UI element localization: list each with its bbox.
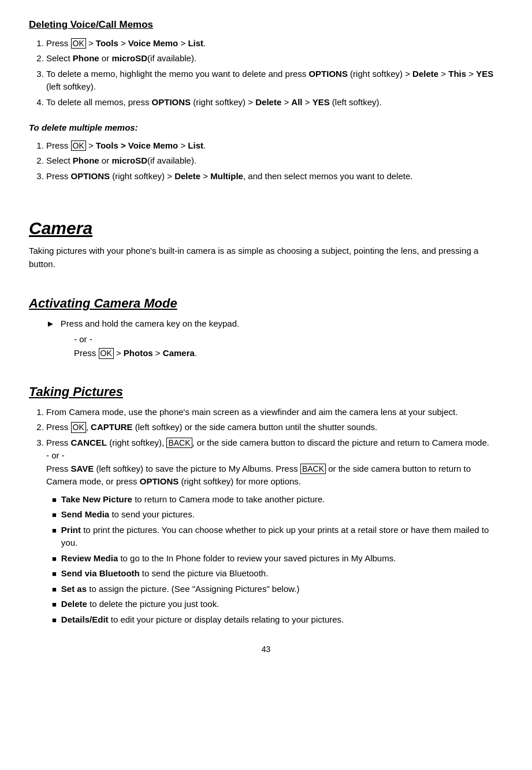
back-key-2: BACK xyxy=(300,464,326,475)
deleting-step-4: To delete all memos, press OPTIONS (righ… xyxy=(46,96,503,109)
taking-step-2: Press OK, CAPTURE (left softkey) or the … xyxy=(46,421,503,434)
ok-key-4: OK xyxy=(71,422,86,433)
page-number: 43 xyxy=(29,643,503,656)
deleting-title: Deleting Voice/Call Memos xyxy=(29,17,503,32)
activating-bullet-text: Press and hold the camera key on the key… xyxy=(61,317,239,331)
option-send-bluetooth: Send via Bluetooth to send the picture v… xyxy=(52,567,503,580)
deleting-step-1: Press OK > Tools > Voice Memo > List. xyxy=(46,37,503,50)
option-set-as: Set as to assign the picture. (See "Assi… xyxy=(52,583,503,596)
taking-pictures-title: Taking Pictures xyxy=(29,382,503,401)
option-details-edit: Details/Edit to edit your picture or dis… xyxy=(52,613,503,627)
taking-step-1: From Camera mode, use the phone's main s… xyxy=(46,406,503,419)
delete-multiple-step-3: Press OPTIONS (right softkey) > Delete >… xyxy=(46,170,503,183)
back-key-1: BACK xyxy=(166,438,192,449)
delete-multiple-step-2: Select Phone or microSD(if available). xyxy=(46,154,503,168)
taking-pictures-section: Taking Pictures From Camera mode, use th… xyxy=(29,382,503,627)
delete-multiple-title: To delete multiple memos: xyxy=(29,121,503,135)
deleting-section: Deleting Voice/Call Memos Press OK > Too… xyxy=(29,17,503,183)
option-delete: Delete to delete the picture you just to… xyxy=(52,598,503,611)
arrow-icon: ► xyxy=(46,317,55,331)
camera-title: Camera xyxy=(29,215,503,241)
option-send-media: Send Media to send your pictures. xyxy=(52,508,503,521)
or-line-1: - or - xyxy=(74,333,503,346)
taking-pictures-steps: From Camera mode, use the phone's main s… xyxy=(46,406,503,488)
taking-step-3: Press CANCEL (right softkey), BACK, or t… xyxy=(46,436,503,488)
ok-key-2: OK xyxy=(71,140,86,151)
camera-section: Camera Taking pictures with your phone's… xyxy=(29,215,503,271)
deleting-step-2: Select Phone or microSD(if available). xyxy=(46,52,503,65)
delete-multiple-steps: Press OK > Tools > Voice Memo > List. Se… xyxy=(46,139,503,183)
option-print: Print to print the pictures. You can cho… xyxy=(52,524,503,550)
ok-key-3: OK xyxy=(99,348,114,359)
activating-title: Activating Camera Mode xyxy=(29,294,503,313)
camera-description: Taking pictures with your phone's built-… xyxy=(29,245,503,271)
deleting-steps: Press OK > Tools > Voice Memo > List. Se… xyxy=(46,37,503,109)
option-review-media: Review Media to go to the In Phone folde… xyxy=(52,552,503,565)
activating-bullet: ► Press and hold the camera key on the k… xyxy=(46,317,503,331)
activating-or-action: Press OK > Photos > Camera. xyxy=(74,347,503,360)
delete-multiple-subsection: To delete multiple memos: Press OK > Too… xyxy=(29,121,503,183)
activating-section: Activating Camera Mode ► Press and hold … xyxy=(29,294,503,360)
delete-multiple-step-1: Press OK > Tools > Voice Memo > List. xyxy=(46,139,503,153)
deleting-step-3: To delete a memo, highlight the memo you… xyxy=(46,68,503,94)
ok-key-1: OK xyxy=(71,38,86,49)
options-list: Take New Picture to return to Camera mod… xyxy=(52,493,503,627)
option-take-new-picture: Take New Picture to return to Camera mod… xyxy=(52,493,503,506)
activating-content: ► Press and hold the camera key on the k… xyxy=(46,317,503,360)
